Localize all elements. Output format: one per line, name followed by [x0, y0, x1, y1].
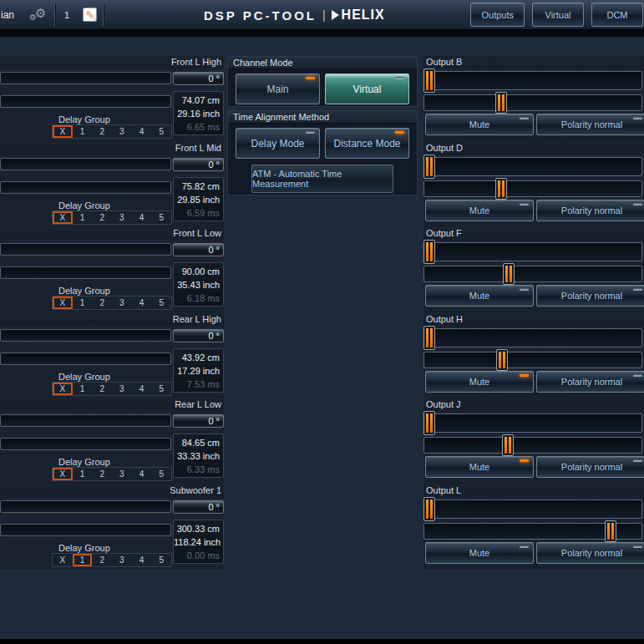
delay-group-option-1[interactable]: 1: [73, 383, 93, 395]
angle-field[interactable]: 0 °: [173, 329, 224, 342]
delay-group-option-1[interactable]: 1: [73, 125, 93, 138]
delay-group-option-4[interactable]: 4: [132, 554, 152, 566]
delay-group-option-4[interactable]: 4: [132, 468, 152, 480]
channel-slider-top[interactable]: [0, 414, 171, 427]
slider-track[interactable]: [423, 94, 642, 111]
slider-handle[interactable]: [495, 178, 507, 200]
slider-track[interactable]: [423, 437, 642, 454]
delay-group-option-4[interactable]: 4: [132, 383, 152, 395]
virtual-nav-button[interactable]: Virtual: [532, 3, 584, 27]
virtual-button[interactable]: Virtual: [325, 74, 409, 104]
slider-track[interactable]: [423, 157, 642, 176]
mute-button[interactable]: Mute: [425, 542, 534, 564]
delay-group-option-2[interactable]: 2: [92, 297, 112, 309]
delay-group-option-3[interactable]: 3: [112, 211, 132, 224]
memory-number[interactable]: 1: [56, 10, 78, 20]
channel-slider-bottom[interactable]: [0, 95, 171, 108]
atm-button[interactable]: ATM - Automatic Time Measurement: [251, 165, 393, 193]
polarity-button[interactable]: Polarity normal: [536, 542, 644, 564]
polarity-button[interactable]: Polarity normal: [536, 456, 644, 478]
channel-slider-top[interactable]: [0, 329, 171, 342]
delay-group-option-5[interactable]: 5: [151, 211, 171, 224]
delay-group-option-5[interactable]: 5: [151, 468, 171, 480]
delay-group-option-2[interactable]: 2: [92, 125, 112, 138]
delay-group-option-x[interactable]: X: [53, 297, 73, 309]
delay-group-option-3[interactable]: 3: [112, 383, 132, 395]
channel-slider-bottom[interactable]: [0, 181, 171, 194]
mute-button[interactable]: Mute: [425, 371, 534, 393]
dcm-nav-button[interactable]: DCM: [591, 3, 643, 27]
slider-handle[interactable]: [423, 68, 435, 93]
settings-gears-icon[interactable]: ⚙ ⚙: [28, 6, 53, 24]
delay-group-option-3[interactable]: 3: [112, 125, 132, 138]
mute-button[interactable]: Mute: [425, 200, 534, 221]
channel-slider-bottom[interactable]: [0, 352, 171, 365]
channel-slider-top[interactable]: [0, 243, 171, 256]
main-button[interactable]: Main: [236, 74, 320, 104]
slider-handle[interactable]: [423, 240, 435, 264]
delay-group-option-x[interactable]: X: [53, 211, 73, 224]
polarity-button[interactable]: Polarity normal: [536, 371, 644, 393]
channel-slider-bottom[interactable]: [0, 266, 171, 279]
delay-group-option-x[interactable]: X: [53, 468, 73, 480]
delay-group-option-5[interactable]: 5: [151, 383, 171, 395]
slider-handle[interactable]: [423, 411, 435, 435]
channel-slider-top[interactable]: [0, 72, 171, 84]
delay-group-option-x[interactable]: X: [53, 383, 73, 395]
preset-name[interactable]: ian: [0, 9, 28, 21]
angle-field[interactable]: 0 °: [173, 72, 224, 85]
slider-handle[interactable]: [423, 155, 435, 179]
slider-track[interactable]: [423, 71, 642, 90]
delay-group-option-5[interactable]: 5: [151, 554, 171, 566]
angle-field[interactable]: 0 °: [173, 500, 224, 514]
angle-field[interactable]: 0 °: [173, 243, 224, 256]
slider-handle[interactable]: [423, 326, 435, 350]
delay-group-option-3[interactable]: 3: [112, 468, 132, 480]
channel-slider-bottom[interactable]: [0, 524, 171, 536]
delay-group-option-4[interactable]: 4: [132, 125, 152, 138]
slider-handle[interactable]: [605, 520, 616, 542]
edit-pencil-icon[interactable]: ✎: [83, 8, 97, 22]
polarity-button[interactable]: Polarity normal: [536, 200, 644, 221]
slider-handle[interactable]: [495, 92, 507, 114]
delay-group-option-3[interactable]: 3: [112, 297, 132, 309]
delay-group-option-1[interactable]: 1: [73, 211, 93, 224]
delay-mode-button[interactable]: Delay Mode: [236, 128, 320, 159]
delay-group-option-1[interactable]: 1: [73, 468, 93, 480]
slider-track[interactable]: [423, 499, 642, 519]
polarity-button[interactable]: Polarity normal: [536, 114, 644, 135]
slider-track[interactable]: [423, 413, 642, 433]
delay-group-option-2[interactable]: 2: [92, 211, 112, 224]
slider-track[interactable]: [423, 180, 642, 197]
slider-handle[interactable]: [503, 263, 515, 285]
delay-group-option-x[interactable]: X: [53, 554, 73, 566]
delay-group-option-5[interactable]: 5: [151, 125, 171, 138]
delay-group-option-2[interactable]: 2: [92, 383, 112, 395]
delay-group-option-1[interactable]: 1: [73, 554, 93, 566]
delay-group-option-4[interactable]: 4: [132, 297, 152, 309]
polarity-button[interactable]: Polarity normal: [536, 285, 644, 307]
channel-slider-top[interactable]: [0, 158, 171, 170]
distance-mode-button[interactable]: Distance Mode: [325, 128, 409, 159]
channel-slider-top[interactable]: [0, 500, 171, 513]
angle-field[interactable]: 0 °: [173, 158, 224, 171]
slider-handle[interactable]: [496, 349, 508, 371]
delay-group-option-2[interactable]: 2: [92, 554, 112, 566]
delay-group-option-3[interactable]: 3: [112, 554, 132, 566]
delay-group-option-2[interactable]: 2: [92, 468, 112, 480]
channel-slider-bottom[interactable]: [0, 438, 171, 450]
slider-track[interactable]: [423, 328, 642, 347]
delay-group-option-x[interactable]: X: [53, 125, 73, 138]
outputs-nav-button[interactable]: Outputs: [470, 3, 525, 27]
mute-button[interactable]: Mute: [425, 285, 534, 307]
slider-track[interactable]: [423, 242, 642, 261]
delay-group-option-5[interactable]: 5: [151, 297, 171, 309]
mute-button[interactable]: Mute: [425, 456, 534, 478]
delay-group-option-1[interactable]: 1: [73, 297, 93, 309]
slider-track[interactable]: [423, 266, 642, 282]
angle-field[interactable]: 0 °: [173, 414, 224, 428]
slider-handle[interactable]: [502, 434, 514, 456]
slider-handle[interactable]: [423, 497, 435, 521]
mute-button[interactable]: Mute: [425, 114, 534, 135]
delay-group-option-4[interactable]: 4: [132, 211, 152, 224]
